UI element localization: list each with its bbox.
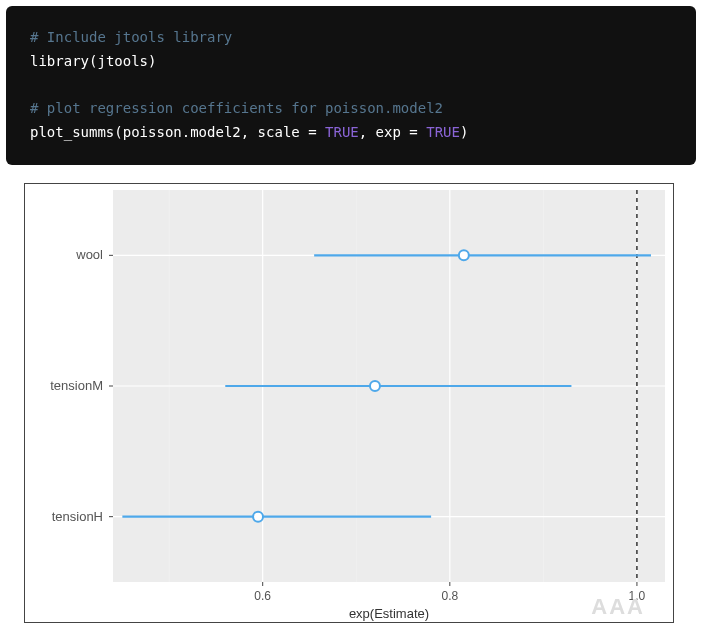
code-line-3: # plot regression coefficients for poiss… <box>30 97 672 121</box>
watermark: AAA <box>591 594 645 619</box>
y-tick-label: wool <box>75 247 103 262</box>
coefficient-plot: wooltensionMtensionH0.60.81.0exp(Estimat… <box>24 183 674 623</box>
code-comment: # plot regression coefficients for poiss… <box>30 100 443 116</box>
code-block: # Include jtools library library(jtools)… <box>6 6 696 165</box>
code-line-4: plot_summs(poisson.model2, scale = TRUE,… <box>30 121 672 145</box>
y-tick-label: tensionM <box>50 378 103 393</box>
code-arg: jtools <box>97 53 148 69</box>
code-punct: ) <box>148 53 156 69</box>
code-comment: # Include jtools library <box>30 29 232 45</box>
code-punct: ( <box>114 124 122 140</box>
code-punct: , exp = <box>359 124 426 140</box>
code-line-1: # Include jtools library <box>30 26 672 50</box>
x-tick-label: 0.6 <box>254 589 271 603</box>
code-const: TRUE <box>426 124 460 140</box>
x-axis-title: exp(Estimate) <box>349 606 429 621</box>
code-line-2: library(jtools) <box>30 50 672 74</box>
code-punct: , scale = <box>241 124 325 140</box>
code-const: TRUE <box>325 124 359 140</box>
code-punct: ) <box>460 124 468 140</box>
chart-container: wooltensionMtensionH0.60.81.0exp(Estimat… <box>24 183 678 623</box>
estimate-point <box>459 250 469 260</box>
estimate-point <box>370 381 380 391</box>
code-blank-line <box>30 74 672 98</box>
code-fn: library <box>30 53 89 69</box>
code-arg: poisson.model2 <box>123 124 241 140</box>
estimate-point <box>253 512 263 522</box>
y-tick-label: tensionH <box>52 509 103 524</box>
code-fn: plot_summs <box>30 124 114 140</box>
x-tick-label: 0.8 <box>441 589 458 603</box>
